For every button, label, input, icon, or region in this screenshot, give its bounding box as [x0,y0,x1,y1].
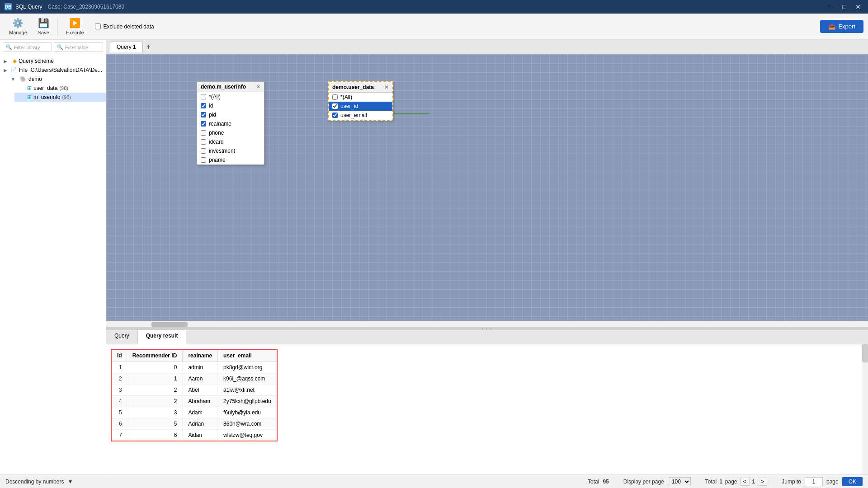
restore-button[interactable]: □ [840,2,849,11]
exclude-deleted-checkbox[interactable] [95,23,101,29]
m-userinfo-field-idcard[interactable]: idcard [197,137,264,146]
m-userinfo-investment-checkbox[interactable] [201,148,206,154]
tab-query-result[interactable]: Query result [138,330,187,344]
app-icon: DB [5,3,12,10]
table-card-user-data: demo.user_data ✕ *(All) user_id user_ema… [328,81,393,121]
cell-email: 860h@wra.com [218,418,277,430]
m-userinfo-field-investment[interactable]: investment [197,146,264,155]
table-row: 3 2 Abel a1iw@xfi.net [111,385,277,396]
close-button[interactable]: ✕ [853,2,863,11]
result-table: id Recommender ID realname user_email 1 … [111,349,278,441]
tab-query1[interactable]: Query 1 [110,42,143,52]
filter-library-input[interactable]: 🔍 Filter library [3,42,52,52]
demo-label: demo [28,76,42,82]
tab-query[interactable]: Query [106,330,138,344]
sidebar-item-file[interactable]: ▶ 📄 File_C:\Users\SalvationDATA\De... [0,66,106,75]
page-nav: Total 1 page < 1 > [705,478,767,486]
m-userinfo-pid-checkbox[interactable] [201,112,206,117]
table-header-row: id Recommender ID realname user_email [111,349,277,362]
toolbar: ⚙️ Manage 💾 Save ▶️ Execute Exclude dele… [0,14,868,40]
sort-dropdown-icon[interactable]: ▼ [67,479,73,485]
cell-id: 7 [111,430,127,441]
cell-id: 3 [111,385,127,396]
sidebar-filters: 🔍 Filter library 🔍 Filter table [0,40,106,55]
sidebar-item-m-userinfo[interactable]: ⊞ m_userinfo (98) [14,93,106,102]
col-header-id: id [111,349,127,362]
display-per-page-label: Display per page [623,479,664,485]
cell-realname: admin [183,362,218,373]
export-icon: 📤 [828,23,835,30]
prev-page-button[interactable]: < [740,478,750,486]
add-tab-button[interactable]: + [144,43,153,51]
total-page-label: Total [705,479,717,485]
cell-email: f6ulyb@yla.edu [218,407,277,418]
minimize-button[interactable]: ─ [826,2,836,11]
sidebar-item-demo[interactable]: ▼ 🐘 demo [7,75,106,84]
save-button[interactable]: 💾 Save [33,15,54,38]
user-data-field-user-email[interactable]: user_email [329,111,392,120]
col-header-realname: realname [183,349,218,362]
filter-library-icon: 🔍 [6,44,12,50]
result-content: id Recommender ID realname user_email 1 … [106,344,868,474]
cell-realname: Aaron [183,373,218,385]
right-scrollbar[interactable] [862,344,868,474]
filter-table-icon: 🔍 [57,44,63,50]
current-page: 1 [752,479,755,485]
canvas-scroll-thumb [151,322,188,327]
total-label: Total [588,479,599,485]
m-userinfo-id-checkbox[interactable] [201,103,206,108]
filter-table-input[interactable]: 🔍 Filter table [54,42,103,52]
ok-button[interactable]: OK [842,477,863,486]
m-userinfo-idcard-checkbox[interactable] [201,139,206,145]
page-suffix: page [725,479,737,485]
col-header-email: user_email [218,349,277,362]
m-userinfo-field-pid[interactable]: pid [197,110,264,119]
cell-email: a1iw@xfi.net [218,385,277,396]
m-userinfo-realname-checkbox[interactable] [201,121,206,127]
app-title: SQL Query [15,4,42,10]
user-data-all-checkbox[interactable] [332,94,338,100]
user-data-field-all[interactable]: *(All) [329,93,392,102]
user-data-field-user-id[interactable]: user_id [329,102,392,111]
m-userinfo-phone-checkbox[interactable] [201,130,206,136]
m-userinfo-all-checkbox[interactable] [201,94,206,99]
demo-expand-icon: ▼ [11,77,18,82]
m-userinfo-field-all[interactable]: *(All) [197,92,264,101]
sidebar-tree: ▶ ◆ Query scheme ▶ 📄 File_C:\Users\Salva… [0,55,106,474]
sidebar-item-user-data[interactable]: ⊞ user_data (98) [14,84,106,93]
m-userinfo-field-pname[interactable]: pname [197,155,264,164]
jump-to-input[interactable] [805,477,823,486]
page-size-select[interactable]: 100 50 200 [668,477,691,486]
table-row: 1 0 admin pk8gd@wict.org [111,362,277,373]
query-scheme-icon: ◆ [13,58,17,64]
exclude-deleted-area: Exclude deleted data [95,23,154,30]
manage-button[interactable]: ⚙️ Manage [5,15,32,38]
execute-button[interactable]: ▶️ Execute [61,15,89,38]
cell-id: 2 [111,373,127,385]
file-expand-icon: ▶ [4,68,9,73]
tab-query1-label: Query 1 [117,44,136,50]
m-userinfo-field-id[interactable]: id [197,101,264,110]
result-table-container[interactable]: id Recommender ID realname user_email 1 … [106,344,862,474]
m-userinfo-label: m_userinfo [33,94,60,100]
m-userinfo-card-close[interactable]: ✕ [256,84,260,90]
execute-label: Execute [66,30,84,35]
m-userinfo-pname-checkbox[interactable] [201,157,206,163]
canvas-scroll-x[interactable] [106,321,868,327]
next-page-button[interactable]: > [758,478,767,486]
sidebar-item-query-scheme[interactable]: ▶ ◆ Query scheme [0,56,106,66]
export-button[interactable]: 📤 Export [820,20,863,33]
title-bar: DB SQL Query Case: Case_202309051617080 … [0,0,868,14]
user-data-email-checkbox[interactable] [332,113,338,118]
cell-recommender: 5 [127,418,183,430]
cell-id: 1 [111,362,127,373]
user-data-card-close[interactable]: ✕ [384,84,389,90]
canvas-area[interactable]: demo.m_userinfo ✕ *(All) id pid re [106,54,868,321]
cell-recommender: 2 [127,396,183,407]
query-scheme-label: Query scheme [19,58,54,64]
m-userinfo-field-phone[interactable]: phone [197,128,264,137]
user-data-userid-checkbox[interactable] [332,103,338,109]
total-count: 95 [603,479,609,485]
sort-label: Descending by numbers [5,479,64,485]
m-userinfo-field-realname[interactable]: realname [197,119,264,128]
